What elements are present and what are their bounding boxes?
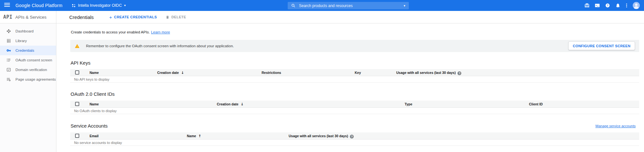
service-title: APIs & Services xyxy=(15,15,47,20)
column-header-creation-date[interactable]: Creation date↓ xyxy=(157,69,184,76)
page-toolbar: Credentials + CREATE CREDENTIALS DELETE xyxy=(56,11,644,23)
main-content: Create credentials to access your enable… xyxy=(56,23,644,152)
agreements-gear-icon xyxy=(6,77,11,82)
learn-more-link[interactable]: Learn more xyxy=(151,30,170,34)
cloud-shell-icon[interactable] xyxy=(595,3,600,8)
sidebar-item-credentials[interactable]: Credentials xyxy=(0,46,56,55)
consent-list-icon xyxy=(6,58,11,62)
project-icon xyxy=(72,4,76,8)
caret-down-icon: ▾ xyxy=(124,4,126,7)
page-title: Credentials xyxy=(69,14,94,20)
topbar-actions: ? xyxy=(584,0,640,11)
menu-icon[interactable] xyxy=(4,3,10,8)
api-keys-table-header: Name Creation date↓ Restrictions Key Usa… xyxy=(70,69,639,76)
top-nav-bar: Google Cloud Platform Intella Investigat… xyxy=(0,0,644,11)
domain-check-icon xyxy=(6,67,11,72)
oauth-warning-banner: Remember to configure the OAuth consent … xyxy=(70,40,639,52)
product-name-label: Google Cloud Platform xyxy=(15,3,62,8)
oauth-clients-table-header: Name Creation date↓ Type Client ID xyxy=(70,101,639,108)
usage-help-icon[interactable]: ? xyxy=(350,135,354,139)
sidebar: Dashboard Library Credentials OAuth cons… xyxy=(0,23,56,152)
sort-asc-icon[interactable]: ↑ xyxy=(198,134,201,138)
sort-desc-icon[interactable]: ↓ xyxy=(181,71,184,75)
product-name[interactable]: Google Cloud Platform xyxy=(15,0,62,11)
sidebar-item-dashboard[interactable]: Dashboard xyxy=(0,26,56,36)
column-header-name[interactable]: Name↑ xyxy=(187,132,201,139)
library-icon xyxy=(6,39,11,43)
sidebar-item-page-usage-agreements[interactable]: Page usage agreements xyxy=(0,75,56,84)
gcp-console: Google Cloud Platform Intella Investigat… xyxy=(0,0,644,152)
api-keys-empty-row: No API keys to display xyxy=(70,76,639,83)
avatar[interactable] xyxy=(633,2,640,9)
column-header-restrictions: Restrictions xyxy=(262,69,281,76)
select-all-checkbox[interactable] xyxy=(75,134,79,138)
project-name-label: Intella Investigator OIDC xyxy=(78,3,122,8)
api-service-logo: API xyxy=(3,14,13,20)
select-all-checkbox[interactable] xyxy=(75,70,79,75)
column-header-usage: Usage with all services (last 30 days)? xyxy=(289,132,354,139)
warning-icon xyxy=(75,44,80,49)
oauth-clients-empty-row: No OAuth clients to display xyxy=(70,108,639,114)
column-header-creation-date[interactable]: Creation date↓ xyxy=(217,101,244,108)
plus-icon: + xyxy=(109,15,112,20)
create-credentials-button[interactable]: + CREATE CREDENTIALS xyxy=(109,15,157,20)
api-keys-section-title: API Keys xyxy=(71,60,91,66)
sidebar-item-domain-verification[interactable]: Domain verification xyxy=(0,65,56,75)
key-icon xyxy=(6,48,11,53)
search-placeholder: Search products and resources xyxy=(299,4,353,8)
section-header-row: API APIs & Services Credentials + CREATE… xyxy=(0,11,644,23)
gift-icon[interactable] xyxy=(584,3,590,8)
delete-button[interactable]: DELETE xyxy=(166,15,186,19)
page-description: Create credentials to access your enable… xyxy=(71,30,170,34)
svg-text:?: ? xyxy=(607,4,608,7)
search-icon xyxy=(291,4,295,8)
service-accounts-empty-row: No service accounts to display xyxy=(70,139,639,146)
service-accounts-section-title: Service Accounts xyxy=(71,123,108,129)
column-header-name: Name xyxy=(90,101,99,108)
more-vert-icon[interactable] xyxy=(626,3,628,8)
search-input[interactable]: Search products and resources ▾ xyxy=(288,2,409,9)
column-header-name: Name xyxy=(90,69,99,76)
column-header-email: Email xyxy=(90,132,99,139)
column-header-key: Key xyxy=(355,69,361,76)
help-icon[interactable]: ? xyxy=(605,3,610,8)
column-header-client-id: Client ID xyxy=(529,101,543,108)
service-accounts-table-header: Email Name↑ Usage with all services (las… xyxy=(70,132,639,139)
usage-help-icon[interactable]: ? xyxy=(457,71,461,75)
banner-message: Remember to configure the OAuth consent … xyxy=(86,44,234,48)
sort-desc-icon[interactable]: ↓ xyxy=(241,102,244,106)
sidebar-item-oauth-consent-screen[interactable]: OAuth consent screen xyxy=(0,55,56,65)
trash-icon xyxy=(166,15,169,19)
select-all-checkbox[interactable] xyxy=(75,102,79,106)
service-header: API APIs & Services xyxy=(0,11,56,23)
search-caret-down-icon[interactable]: ▾ xyxy=(404,4,405,7)
configure-consent-screen-button[interactable]: CONFIGURE CONSENT SCREEN xyxy=(568,41,635,50)
column-header-type: Type xyxy=(405,101,412,108)
dashboard-icon xyxy=(6,29,11,33)
notifications-icon[interactable] xyxy=(615,3,620,8)
project-selector[interactable]: Intella Investigator OIDC ▾ xyxy=(72,0,126,11)
oauth-clients-section-title: OAuth 2.0 Client IDs xyxy=(71,91,115,97)
column-header-usage: Usage with all services (last 30 days)? xyxy=(396,69,461,76)
manage-service-accounts-link[interactable]: Manage service accounts xyxy=(595,124,636,128)
sidebar-item-library[interactable]: Library xyxy=(0,36,56,46)
